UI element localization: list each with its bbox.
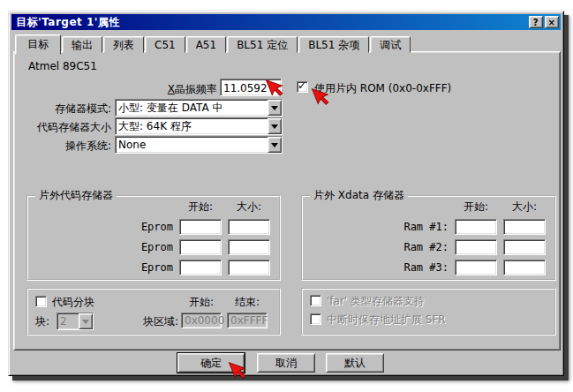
tab-label: C51	[155, 39, 176, 51]
dialog-title: 目标'Target 1'属性	[16, 15, 120, 30]
tab-label: 输出	[72, 39, 93, 51]
chevron-down-icon	[271, 106, 278, 110]
code-rom-size-select[interactable]: 大型: 64K 程序	[115, 117, 283, 135]
operating-system-dropdown-button[interactable]	[268, 137, 282, 153]
xtal-frequency-label: X晶振频率	[120, 82, 217, 97]
far-memory-label: 'far' 类型存储器支持	[327, 294, 425, 309]
cancel-button-label: 取消	[275, 357, 297, 369]
memory-model-dropdown-button[interactable]	[268, 100, 282, 116]
operating-system-label: 操作系统:	[14, 139, 111, 154]
code-memory-grid: 开始: 大小: Eprom Eprom Eprom	[141, 200, 270, 275]
ok-button-label: 确定	[200, 357, 222, 369]
checkmark-icon: ✓	[298, 79, 306, 92]
tab-label: 列表	[113, 39, 134, 51]
code-rom-size-value: 大型: 64K 程序	[118, 119, 266, 133]
default-button-label: 默认	[344, 357, 366, 369]
bank-area-end-field: 0xFFFF	[227, 313, 268, 328]
ram1-size-input[interactable]	[503, 219, 546, 235]
xtal-label-text: 晶振频率	[175, 83, 217, 95]
eprom1-size-input[interactable]	[228, 219, 270, 235]
titlebar[interactable]: 目标'Target 1'属性 ? ×	[11, 14, 561, 30]
target-tab-page: Atmel 89C51 X晶振频率 ✓ 使用片内 ROM (0x0-0xFFF)…	[13, 51, 561, 351]
code-rom-size-dropdown-button[interactable]	[268, 118, 282, 134]
tab-bl51-misc[interactable]: BL51 杂项	[298, 36, 369, 53]
start-column-header: 开始:	[179, 200, 222, 215]
memory-options-group: ✓ 'far' 类型存储器支持 ✓ 中断时保存地址扩展 SFR	[301, 288, 556, 335]
bank-area-start-field: 0x0000	[181, 313, 222, 328]
offchip-code-memory-title: 片外代码存储器	[35, 189, 117, 201]
save-sfr-label: 中断时保存地址扩展 SFR	[327, 313, 446, 328]
tab-a51[interactable]: A51	[186, 36, 226, 53]
default-button[interactable]: 默认	[326, 353, 384, 373]
ram1-start-input[interactable]	[455, 219, 497, 235]
bank-start-header: 开始:	[181, 295, 222, 310]
operating-system-select[interactable]: None	[115, 136, 283, 154]
titlebar-buttons: ? ×	[529, 14, 559, 30]
banks-dropdown-button	[79, 313, 93, 329]
tab-output[interactable]: 输出	[62, 36, 102, 53]
tab-listing[interactable]: 列表	[103, 36, 144, 53]
close-button[interactable]: ×	[545, 16, 559, 28]
ram3-size-input[interactable]	[503, 260, 546, 275]
bank-area-label: 块区域:	[124, 314, 178, 329]
help-icon: ?	[533, 18, 539, 27]
target-options-dialog: 目标'Target 1'属性 ? × 目标 输出 列表 C51 A51 BL51…	[8, 11, 564, 376]
banks-value: 2	[60, 314, 77, 328]
banks-select: 2	[57, 313, 94, 330]
size-column-header: 大小:	[503, 200, 546, 215]
ram2-size-input[interactable]	[503, 239, 546, 255]
tab-label: 调试	[380, 39, 401, 51]
offchip-xdata-memory-group: 片外 Xdata 存储器 开始: 大小: Ram #1: Ram #2: Ram…	[301, 195, 556, 281]
code-rom-size-label: 代码存储器大小	[14, 120, 111, 135]
tab-label: 目标	[27, 38, 49, 50]
cancel-button[interactable]: 取消	[257, 353, 315, 373]
tab-label: BL51 杂项	[308, 39, 359, 51]
chevron-down-icon	[271, 124, 278, 129]
start-column-header: 开始:	[455, 200, 497, 215]
eprom1-start-input[interactable]	[179, 219, 222, 235]
eprom3-size-input[interactable]	[228, 260, 270, 275]
eprom3-label: Eprom	[141, 261, 173, 274]
use-onchip-rom-checkbox[interactable]: ✓	[297, 81, 308, 93]
banks-label: 块:	[35, 314, 49, 329]
xtal-frequency-input[interactable]	[220, 79, 282, 96]
chevron-down-icon	[82, 320, 89, 324]
eprom2-size-input[interactable]	[228, 239, 270, 255]
ok-button[interactable]: 确定	[177, 353, 245, 373]
memory-model-value: 小型: 变量在 DATA 中	[118, 101, 266, 115]
offchip-code-memory-group: 片外代码存储器 开始: 大小: Eprom Eprom Eprom	[26, 195, 281, 281]
tab-target[interactable]: 目标	[15, 34, 61, 55]
far-memory-checkbox: ✓	[310, 295, 321, 306]
memory-model-label: 存储器模式:	[14, 102, 111, 117]
code-banking-checkbox[interactable]: ✓	[35, 296, 47, 307]
xdata-memory-grid: 开始: 大小: Ram #1: Ram #2: Ram #3:	[403, 200, 546, 275]
tab-bl51-locate[interactable]: BL51 定位	[227, 36, 298, 53]
bank-end-header: 结束:	[227, 295, 268, 310]
tab-label: BL51 定位	[237, 39, 288, 51]
device-label: Atmel 89C51	[28, 60, 97, 72]
offchip-xdata-memory-title: 片外 Xdata 存储器	[310, 189, 408, 201]
use-onchip-rom-label: 使用片内 ROM (0x0-0xFFF)	[314, 81, 451, 96]
code-banking-group: ✓ 代码分块 开始: 结束: 块: 2 块区域: 0x0000 0xFFFF	[26, 288, 281, 335]
ram2-start-input[interactable]	[455, 239, 497, 255]
screenshot-background: 目标'Target 1'属性 ? × 目标 输出 列表 C51 A51 BL51…	[0, 0, 573, 392]
tab-label: A51	[196, 39, 216, 51]
tab-debug[interactable]: 调试	[370, 36, 411, 53]
tab-c51[interactable]: C51	[145, 36, 185, 53]
eprom1-label: Eprom	[141, 221, 173, 233]
ram1-label: Ram #1:	[403, 221, 449, 233]
tab-strip: 目标 输出 列表 C51 A51 BL51 定位 BL51 杂项 调试	[15, 33, 411, 53]
ram2-label: Ram #2:	[403, 241, 449, 253]
ram3-start-input[interactable]	[455, 260, 497, 275]
code-banking-label: 代码分块	[52, 295, 94, 310]
xtal-accel: X	[168, 83, 175, 95]
help-button[interactable]: ?	[529, 16, 543, 28]
eprom3-start-input[interactable]	[179, 260, 222, 275]
memory-model-select[interactable]: 小型: 变量在 DATA 中	[115, 99, 283, 117]
eprom2-label: Eprom	[141, 241, 173, 253]
eprom2-start-input[interactable]	[179, 239, 222, 255]
ram3-label: Ram #3:	[403, 261, 449, 274]
operating-system-value: None	[118, 138, 266, 152]
close-icon: ×	[548, 18, 556, 27]
size-column-header: 大小:	[228, 200, 270, 215]
